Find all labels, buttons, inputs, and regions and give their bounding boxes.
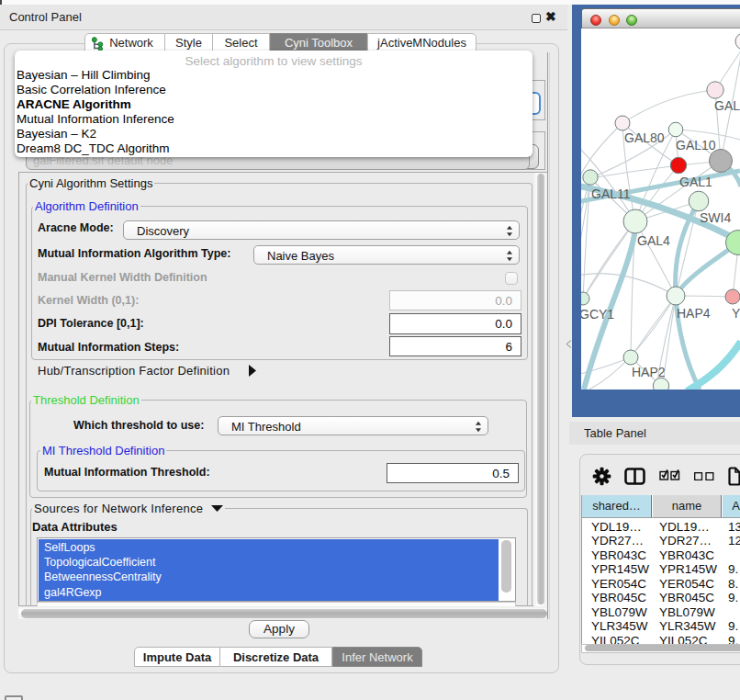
svg-text:GAL: GAL bbox=[714, 98, 740, 113]
svg-text:GCY1: GCY1 bbox=[581, 307, 614, 322]
svg-text:GAL1: GAL1 bbox=[679, 175, 712, 189]
svg-text:Y: Y bbox=[732, 306, 740, 321]
svg-text:GAL10: GAL10 bbox=[676, 138, 716, 152]
svg-text:GAL4: GAL4 bbox=[637, 233, 670, 248]
svg-text:GAL11: GAL11 bbox=[591, 186, 631, 201]
svg-text:HAP2: HAP2 bbox=[632, 365, 666, 379]
svg-text:HAP4: HAP4 bbox=[677, 306, 711, 321]
svg-text:GAL80: GAL80 bbox=[624, 130, 665, 145]
svg-text:SWI4: SWI4 bbox=[700, 210, 731, 225]
